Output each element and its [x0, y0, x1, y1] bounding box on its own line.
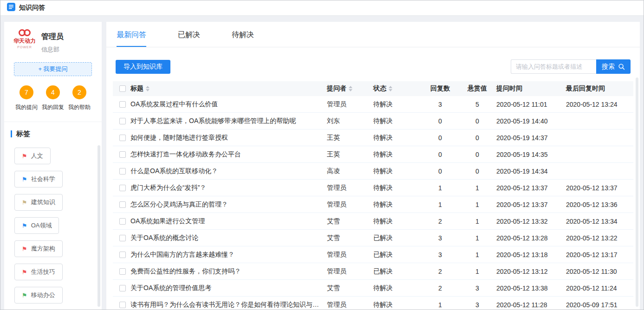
row-checkbox[interactable]	[119, 135, 126, 141]
table-scrollbar[interactable]	[636, 78, 638, 307]
tags-section-header: 标签	[4, 129, 102, 138]
row-asker: 管理员	[327, 100, 373, 109]
tag-button[interactable]: ⚑ 社会科学	[14, 171, 63, 187]
tag-label: 社会科学	[31, 175, 55, 183]
main-panel: 最新问答 已解决 待解决 导入到知识库 搜索	[106, 22, 640, 310]
row-last-reply: 2020-05-12 11:30	[566, 268, 633, 275]
row-bounty: 1	[458, 201, 496, 208]
row-bounty: 0	[458, 151, 496, 158]
select-all-checkbox[interactable]	[119, 85, 126, 92]
table-row[interactable]: 如何便捷，随时随地进行签章授权 王英 待解决 0 0 2020-05-19 14…	[113, 129, 633, 146]
table-row[interactable]: 读书有用吗？为什么会有读书无用论？你是如何看待理论知识与实... 管理员 待解决…	[113, 297, 633, 310]
tag-button[interactable]: ⚑ OA领域	[14, 217, 59, 234]
row-bounty: 1	[458, 234, 496, 242]
app-title: 知识问答	[19, 4, 45, 12]
row-status: 待解决	[373, 284, 422, 292]
row-title[interactable]: 为什么中国南方的方言越来越难懂？	[130, 251, 327, 259]
row-checkbox[interactable]	[119, 218, 126, 225]
row-title[interactable]: 如何便捷，随时随地进行签章授权	[130, 134, 327, 142]
row-ask-time: 2020-05-12 13:18	[496, 251, 566, 258]
row-title[interactable]: 关于OA系统的概念讨论	[130, 234, 327, 242]
row-title[interactable]: 怎么区分心灵鸡汤与真正的哲理？	[130, 200, 327, 209]
tag-button[interactable]: ⚑ 魔方架构	[14, 240, 63, 257]
search-button[interactable]: 搜索	[596, 59, 631, 74]
tab-solved[interactable]: 已解决	[178, 22, 200, 47]
row-checkbox[interactable]	[119, 101, 126, 108]
row-checkbox[interactable]	[119, 235, 126, 241]
flag-icon: ⚑	[22, 176, 27, 182]
row-replies: 1	[422, 201, 458, 208]
row-last-reply: 2020-05-12 13:34	[566, 218, 633, 225]
row-title[interactable]: OA系统如果进行公文管理	[130, 217, 327, 226]
col-status[interactable]: 状态	[373, 84, 422, 93]
stat-item[interactable]: 2 我的帮助	[68, 85, 91, 111]
row-checkbox[interactable]	[119, 201, 126, 208]
sort-caret[interactable]	[389, 86, 392, 91]
row-status: 待解决	[373, 217, 422, 226]
col-bounty: 悬赏值	[458, 84, 496, 93]
row-status: 待解决	[373, 150, 422, 159]
row-ask-time: 2020-05-19 14:40	[496, 117, 566, 125]
row-checkbox[interactable]	[119, 268, 126, 275]
table-row[interactable]: 虎门大桥为什么会“发抖”？ 管理员 待解决 1 1 2020-05-12 13:…	[113, 180, 633, 196]
row-ask-time: 2020-05-12 13:12	[496, 268, 566, 275]
row-checkbox[interactable]	[119, 151, 126, 158]
table-row[interactable]: 为什么中国南方的方言越来越难懂？ 管理员 已解决 3 1 2020-05-12 …	[113, 246, 633, 263]
row-title[interactable]: 怎样快速打造一体化移动政务办公平台	[130, 150, 327, 159]
row-checkbox[interactable]	[119, 118, 126, 124]
app-icon	[7, 3, 15, 13]
row-checkbox[interactable]	[119, 302, 126, 308]
row-ask-time: 2020-05-12 11:28	[496, 301, 566, 309]
tag-button[interactable]: ⚑ 生活技巧	[14, 264, 63, 280]
table-row[interactable]: OA系统发展过程中有什么价值 管理员 待解决 3 5 2020-05-12 11…	[113, 96, 633, 113]
row-title[interactable]: 免费而公益性的性服务，你们支持吗？	[130, 267, 327, 276]
table-row[interactable]: 怎么区分心灵鸡汤与真正的哲理？ 管理员 待解决 1 1 2020-05-12 1…	[113, 196, 633, 213]
row-ask-time: 2020-05-12 13:28	[496, 234, 566, 242]
stat-item[interactable]: 4 我的回复	[42, 85, 64, 111]
row-last-reply: 2020-05-12 13:22	[566, 234, 633, 242]
import-to-kb-button[interactable]: 导入到知识库	[116, 60, 170, 74]
row-checkbox[interactable]	[119, 285, 126, 291]
row-title[interactable]: 关于OA系统的管理价值思考	[130, 284, 327, 292]
col-asker[interactable]: 提问者	[327, 84, 373, 93]
row-asker: 管理员	[327, 251, 373, 259]
tab-bar: 最新问答 已解决 待解决	[106, 22, 640, 47]
row-title[interactable]: 对于人事总监来讲，OA系统能够带来哪些管理上的帮助呢	[130, 117, 327, 125]
row-asker: 王英	[327, 134, 373, 142]
table-row[interactable]: 关于OA系统的概念讨论 艾雪 已解决 3 1 2020-05-12 13:28 …	[113, 230, 633, 246]
tag-button[interactable]: ⚑ 建筑知识	[14, 194, 63, 211]
col-title[interactable]: 标题	[130, 84, 327, 93]
row-checkbox[interactable]	[119, 185, 126, 191]
stat-item[interactable]: 7 我的提问	[15, 85, 38, 111]
row-title[interactable]: 什么是OA系统的互联移动化？	[130, 167, 327, 175]
tag-button[interactable]: ⚑ 人文	[14, 148, 51, 164]
row-title[interactable]: 读书有用吗？为什么会有读书无用论？你是如何看待理论知识与实...	[130, 301, 327, 309]
search-input[interactable]	[511, 59, 596, 74]
col-last-reply: 最后回复时间	[566, 84, 633, 93]
table-row[interactable]: 怎样快速打造一体化移动政务办公平台 王英 待解决 0 0 2020-05-19 …	[113, 146, 633, 163]
row-last-reply: 2020-05-12 13:17	[566, 251, 633, 258]
table-row[interactable]: 关于OA系统的管理价值思考 艾雪 待解决 2 3 2020-05-12 13:3…	[113, 280, 633, 297]
tab-latest-qa[interactable]: 最新问答	[117, 22, 146, 47]
table-row[interactable]: 什么是OA系统的互联移动化？ 高凌 待解决 0 0 2020-05-19 14:…	[113, 163, 633, 180]
row-title[interactable]: OA系统发展过程中有什么价值	[130, 100, 327, 109]
sidebar-scrollbar[interactable]	[98, 145, 100, 307]
table-row[interactable]: 对于人事总监来讲，OA系统能够带来哪些管理上的帮助呢 刘东 待解决 0 0 20…	[113, 113, 633, 129]
row-checkbox[interactable]	[119, 168, 126, 174]
sort-caret[interactable]	[146, 86, 150, 91]
table-row[interactable]: OA系统如果进行公文管理 艾雪 待解决 2 1 2020-05-12 13:32…	[113, 213, 633, 230]
ask-question-button[interactable]: + 我要提问	[14, 62, 92, 76]
flag-icon: ⚑	[22, 223, 27, 229]
tag-button[interactable]: ⚑ 移动办公	[14, 287, 63, 304]
row-title[interactable]: 虎门大桥为什么会“发抖”？	[130, 184, 327, 192]
row-replies: 3	[422, 251, 458, 258]
row-ask-time: 2020-05-12 13:37	[496, 184, 566, 192]
row-status: 已解决	[373, 234, 422, 242]
sort-caret[interactable]	[349, 86, 352, 91]
tab-pending[interactable]: 待解决	[232, 22, 254, 47]
row-last-reply: 2020-05-12 11:24	[566, 284, 633, 292]
row-status: 已解决	[373, 251, 422, 259]
table-row[interactable]: 免费而公益性的性服务，你们支持吗？ 管理员 已解决 2 1 2020-05-12…	[113, 263, 633, 280]
row-checkbox[interactable]	[119, 252, 126, 258]
col-ask-time: 提问时间	[496, 84, 566, 93]
